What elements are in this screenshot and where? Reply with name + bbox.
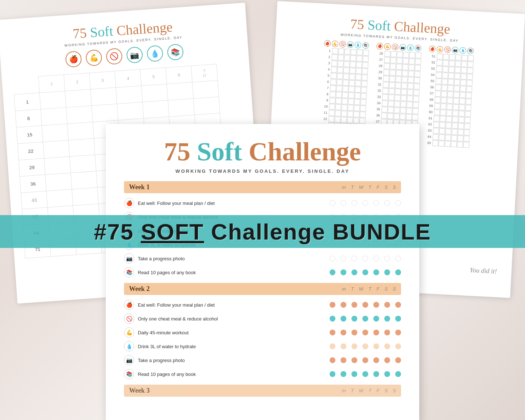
t-icon-no-2: 🚫 — [392, 43, 398, 50]
icon-book: 📚 — [167, 43, 184, 61]
week1-dots-photo — [330, 256, 401, 261]
t-icon-book: 📚 — [362, 42, 369, 49]
front-card: 75 Soft Challenge WORKING TOWARDS MY GOA… — [106, 124, 419, 420]
week1-days: m T W T F S S — [342, 184, 396, 190]
task-text-eat: Eat well: Follow your meal plan / diet — [138, 201, 326, 206]
week2-days: m T W T F S S — [342, 286, 396, 292]
week2-header: Week 2 m T W T F S S — [124, 283, 401, 295]
t-icon-book-3: 📚 — [467, 47, 474, 54]
week3-days: m T W T F S S — [342, 388, 396, 393]
t-icon-camera: 📷 — [347, 41, 354, 48]
week2-section: Week 2 m T W T F S S 🍎 Eat well: Follow … — [124, 283, 401, 381]
icon-water: 💧 — [147, 45, 164, 62]
week2-icon-eat: 🍎 — [124, 300, 134, 310]
week2-label: Week 2 — [129, 285, 150, 293]
t-icon-water-3: 💧 — [459, 47, 466, 54]
front-title-75: 75 — [164, 137, 197, 166]
tracker-icons-3: 🍎 💪 🚫 📷 💧 📚 — [429, 46, 474, 54]
front-title-challenge: Challenge — [249, 137, 361, 166]
week1-task-5: 📷 Take a progress photo — [124, 252, 401, 265]
back-right-title-soft: Soft — [367, 17, 394, 34]
front-title-container: 75 Soft Challenge — [124, 137, 401, 167]
week1-dots-eat — [330, 200, 401, 206]
back-right-title-challenge: Challenge — [394, 19, 451, 37]
week2-icon-workout: 💪 — [124, 327, 134, 338]
bundle-banner: #75 SOFT Challenge BUNDLE — [0, 215, 525, 248]
t-icon-book-2: 📚 — [415, 45, 421, 52]
week2-dots-read — [330, 371, 401, 377]
week2-icon-read: 📚 — [124, 369, 134, 379]
t-icon-no-3: 🚫 — [444, 46, 451, 53]
week2-dots-cheat — [330, 316, 401, 322]
t-icon-muscle-3: 💪 — [436, 46, 443, 53]
t-icon-apple-3: 🍎 — [429, 46, 436, 52]
week2-task-2: 🚫 Only one cheat meal & reduce alcohol — [124, 312, 401, 326]
week2-text-cheat: Only one cheat meal & reduce alcohol — [138, 316, 326, 322]
week2-task-4: 💧 Drink 3L of water to hydrate — [124, 339, 401, 353]
week1-dots-read — [330, 269, 401, 275]
back-left-title-soft: Soft — [89, 23, 117, 40]
icon-apple: 🍎 — [65, 51, 82, 68]
week1-task-6: 📚 Read 10 pages of any book — [124, 265, 401, 279]
t-icon-apple-2: 🍎 — [376, 43, 383, 50]
week2-task-5: 📷 Take a progress photo — [124, 353, 401, 367]
banner-soft-underline: SOFT — [141, 219, 204, 244]
week1-header: Week 1 m T W T F S S — [124, 181, 401, 193]
week2-task-1: 🍎 Eat well: Follow your meal plan / diet — [124, 298, 401, 312]
week2-icon-cheat: 🚫 — [124, 314, 134, 324]
week2-text-workout: Daily 45-minute workout — [138, 330, 326, 335]
week2-icon-photo: 📷 — [124, 355, 134, 365]
week1-label: Week 1 — [129, 183, 150, 191]
tracker-icons-1: 🍎 💪 🚫 📷 💧 📚 — [324, 40, 370, 49]
t-icon-muscle-2: 💪 — [384, 43, 391, 50]
week2-dots-eat — [330, 302, 401, 308]
tracker-block-3: 🍎 💪 🚫 📷 💧 📚 51 52 53 54 55 56 57 58 59 6… — [424, 46, 474, 148]
week2-icon-water: 💧 — [124, 341, 134, 351]
week2-text-water: Drink 3L of water to hydrate — [138, 344, 326, 349]
week2-task-6: 📚 Read 10 pages of any book — [124, 367, 401, 381]
front-title-soft: Soft — [197, 137, 249, 166]
t-icon-camera-3: 📷 — [452, 47, 459, 54]
week3-header: Week 3 m T W T F S S — [124, 385, 401, 397]
week3-section: Week 3 m T W T F S S — [124, 385, 401, 397]
tracker-icons-2: 🍎 💪 🚫 📷 💧 📚 — [376, 43, 422, 51]
week1-task-1: 🍎 Eat well: Follow your meal plan / diet — [124, 196, 401, 210]
back-left-title-75: 75 — [72, 25, 90, 41]
week2-text-eat: Eat well: Follow your meal plan / diet — [138, 302, 326, 308]
task-text-photo: Take a progress photo — [138, 256, 326, 261]
back-right-title-75: 75 — [350, 16, 368, 32]
icon-muscle: 💪 — [85, 49, 102, 66]
icon-camera: 📷 — [126, 46, 143, 63]
t-icon-muscle: 💪 — [331, 40, 338, 47]
task-icon-eat: 🍎 — [124, 198, 134, 208]
week2-text-photo: Take a progress photo — [138, 358, 326, 363]
t-icon-apple: 🍎 — [324, 40, 331, 47]
week2-dots-photo — [330, 357, 401, 363]
t-icon-no: 🚫 — [339, 41, 346, 48]
task-icon-photo: 📷 — [124, 253, 134, 264]
week2-dots-water — [330, 343, 401, 349]
icon-no: 🚫 — [106, 48, 123, 65]
task-text-read: Read 10 pages of any book — [138, 270, 326, 275]
week2-dots-workout — [330, 330, 401, 335]
back-left-title-challenge: Challenge — [116, 19, 173, 38]
banner-text: #75 SOFT Challenge BUNDLE — [94, 219, 431, 245]
tracker-grid-3: 51 52 53 54 55 56 57 58 59 60 61 62 63 6… — [424, 53, 474, 148]
week2-text-read: Read 10 pages of any book — [138, 372, 326, 377]
t-icon-camera-2: 📷 — [399, 44, 406, 51]
week3-label: Week 3 — [129, 387, 150, 394]
week2-task-3: 💪 Daily 45-minute workout — [124, 326, 401, 339]
you-did-it-text: You did it! — [470, 266, 497, 275]
task-icon-read: 📚 — [124, 267, 134, 277]
front-subtitle: WORKING TOWARDS MY GOALS. EVERY. SINGLE.… — [124, 168, 401, 174]
t-icon-water-2: 💧 — [407, 44, 414, 51]
t-icon-water: 💧 — [354, 42, 361, 48]
